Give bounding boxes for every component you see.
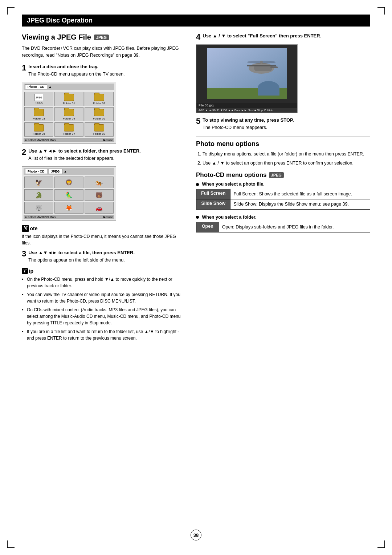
screen-item-folder07: Folder 07 xyxy=(54,122,83,137)
step-3-title: Use ▲▼◄► to select a file, then press EN… xyxy=(28,250,181,255)
svg-rect-6 xyxy=(270,66,278,68)
photo-thumb-8: 🦊 xyxy=(54,202,83,214)
step-5-content: To stop viewing at any time, press STOP.… xyxy=(203,117,370,131)
folder-icon-01 xyxy=(64,94,74,101)
note-text: If the icon displays in the Photo-CD men… xyxy=(22,233,181,246)
page-header-text: JPEG Disc Operation xyxy=(27,17,93,24)
screen-folder01-label: Folder 01 xyxy=(63,102,75,105)
tip-icon: T xyxy=(22,268,28,274)
step-5-title: To stop viewing at any time, press STOP. xyxy=(203,117,370,123)
section-title-text: Viewing a JPEG File xyxy=(22,33,91,41)
viewer-bar: 4/20 ▲ ▲/90 ▼ ▼/60 ◄◄ Prev ►► Next ■ Sto… xyxy=(196,108,297,113)
when-folder-section: When you select a folder. xyxy=(196,215,370,220)
photo-menu-item-1: To display menu options, select a file (… xyxy=(203,151,370,158)
folder-options-table: Open Open: Displays sub-folders and JPEG… xyxy=(196,222,370,232)
folder-icon-04 xyxy=(64,109,74,116)
viewer-filename-text: File 03.jpg xyxy=(199,104,214,107)
corner-mark-tl xyxy=(7,7,15,15)
step-2: 2 Use ▲▼◄► to select a folder, then pres… xyxy=(22,148,181,162)
screen-2-footer-right: ▶Close xyxy=(103,215,113,219)
screen-item-folder01: Folder 01 xyxy=(54,92,83,106)
open-desc: Open: Displays sub-folders and JPEG file… xyxy=(219,222,370,232)
slideshow-desc: Slide Show: Displays the Slide Show menu… xyxy=(230,199,370,210)
screen-folder08-label: Folder 08 xyxy=(93,132,105,135)
corner-mark-tr xyxy=(377,7,385,15)
photo-thumb-9: 🚗 xyxy=(85,202,114,214)
note-box: N ote If the icon displays in the Photo-… xyxy=(22,225,181,246)
screen-item-folder05: Folder 05 xyxy=(85,107,114,121)
jpeg-viewer: File 03.jpg 4/20 ▲ ▲/90 ▼ ▼/60 ◄◄ Prev ►… xyxy=(196,44,298,113)
page-header: JPEG Disc Operation xyxy=(22,15,370,27)
jpeg-viewer-content xyxy=(196,45,297,103)
screen-1-footer-left: ● Select MARK/25 Mark xyxy=(25,138,56,142)
photo-cd-jpeg-badge: JPEG xyxy=(269,172,284,178)
step-1-desc: The Photo-CD menu appears on the TV scre… xyxy=(28,71,181,78)
step-4-num: 4 xyxy=(196,33,200,41)
step-3-desc: The options appear on the left side of t… xyxy=(28,257,181,264)
tip-item-3: On CDs with mixed content (Audio tracks,… xyxy=(22,307,181,326)
screen-item-folder03: Folder 03 xyxy=(24,107,53,121)
fullscreen-desc: Full Screen: Shows the selected file as … xyxy=(230,189,370,199)
step-3-content: Use ▲▼◄► to select a file, then press EN… xyxy=(28,250,181,264)
screen-folder07-label: Folder 07 xyxy=(63,132,75,135)
step-1-num: 1 xyxy=(22,64,26,72)
tip-box: T ip On the Photo-CD menu, press and hol… xyxy=(22,268,181,341)
photo-thumb-3: 🐅 xyxy=(85,177,114,188)
photo-thumb-5: 🦜 xyxy=(54,189,83,201)
screen-2-header: Photo - CD JPEG ▲ xyxy=(24,168,114,175)
corner-mark-br xyxy=(377,540,385,548)
bullet-photo xyxy=(196,183,199,186)
folder-icon-05 xyxy=(94,109,104,116)
screen-folder06-label: Folder 06 xyxy=(33,132,45,135)
photo-thumb-4: 🐊 xyxy=(24,189,53,201)
screen-item-jpeg-label: JPEG xyxy=(35,102,43,105)
step-4-title: Use ▲ / ▼ to select "Full Screen" then p… xyxy=(203,33,370,39)
step-3-num: 3 xyxy=(22,250,26,258)
open-btn-label: Open xyxy=(202,224,213,229)
screen-2-tab: Photo - CD xyxy=(25,169,47,174)
open-btn: Open xyxy=(196,222,219,232)
step-3: 3 Use ▲▼◄► to select a file, then press … xyxy=(22,250,181,264)
photo-menu-list: To display menu options, select a file (… xyxy=(196,151,370,167)
folder-icon-07 xyxy=(64,124,74,131)
section-title: Viewing a JPEG File JPEG xyxy=(22,33,181,41)
slideshow-desc-text: Slide Show: Displays the Slide Show menu… xyxy=(233,202,349,207)
photo-grid: 🦅 🦁 🐅 🐊 🦜 🐻 🐺 🦊 🚗 xyxy=(24,176,114,214)
tip-item-2: You can view the TV channel or video inp… xyxy=(22,291,181,304)
step-5: 5 To stop viewing at any time, press STO… xyxy=(196,117,370,131)
step-2-num: 2 xyxy=(22,148,26,156)
screen-1-grid: JPEG JPEG Folder 01 Folder 02 Folder 03 xyxy=(24,91,114,137)
screen-2-footer-left: ● Select MARK/25 Mark xyxy=(25,215,56,219)
page-number-text: 38 xyxy=(193,532,199,538)
screen-item-folder06: Folder 06 xyxy=(24,122,53,137)
screen-1-footer-right: ▶Close xyxy=(103,138,113,142)
right-column: 4 Use ▲ / ▼ to select "Full Screen" then… xyxy=(196,33,370,345)
step-4: 4 Use ▲ / ▼ to select "Full Screen" then… xyxy=(196,33,370,40)
folder-icon-06 xyxy=(34,124,44,131)
tip-item-1: On the Photo-CD menu, press and hold ▼/▲… xyxy=(22,276,181,289)
photo-cd-menu-title: Photo-CD menu options JPEG xyxy=(196,171,370,179)
screen-1-arrow: ▲ xyxy=(49,85,52,89)
two-column-layout: Viewing a JPEG File JPEG The DVD Recorde… xyxy=(22,33,370,345)
step-1: 1 Insert a disc and close the tray. The … xyxy=(22,64,181,78)
screen-item-folder02: Folder 02 xyxy=(85,92,114,106)
svg-point-7 xyxy=(247,61,276,64)
photo-options-table: Full Screen Full Screen: Shows the selec… xyxy=(196,189,370,210)
step-2-desc: A list of files in the selected folder a… xyxy=(28,155,181,162)
svg-rect-1 xyxy=(207,88,287,99)
folder-icon-03 xyxy=(34,109,44,116)
photo-thumb-6: 🐻 xyxy=(85,189,114,201)
folder-icon-08 xyxy=(94,124,104,131)
fullscreen-desc-text: Full Screen: Shows the selected file as … xyxy=(233,191,352,197)
note-icon: N xyxy=(22,225,29,232)
open-desc-text: Open: Displays sub-folders and JPEG file… xyxy=(222,224,334,230)
screen-folder03-label: Folder 03 xyxy=(33,117,45,120)
photo-thumb-2: 🦁 xyxy=(54,177,83,188)
viewer-filename: File 03.jpg xyxy=(196,103,297,108)
screen-2-arrow: ▲ xyxy=(64,170,67,173)
screen-item-folder08: Folder 08 xyxy=(85,122,114,137)
step-5-desc: The Photo-CD menu reappears. xyxy=(203,124,370,131)
option-row-open: Open Open: Displays sub-folders and JPEG… xyxy=(196,222,370,232)
step-2-content: Use ▲▼◄► to select a folder, then press … xyxy=(28,148,181,162)
screen-folder05-label: Folder 05 xyxy=(93,117,105,120)
